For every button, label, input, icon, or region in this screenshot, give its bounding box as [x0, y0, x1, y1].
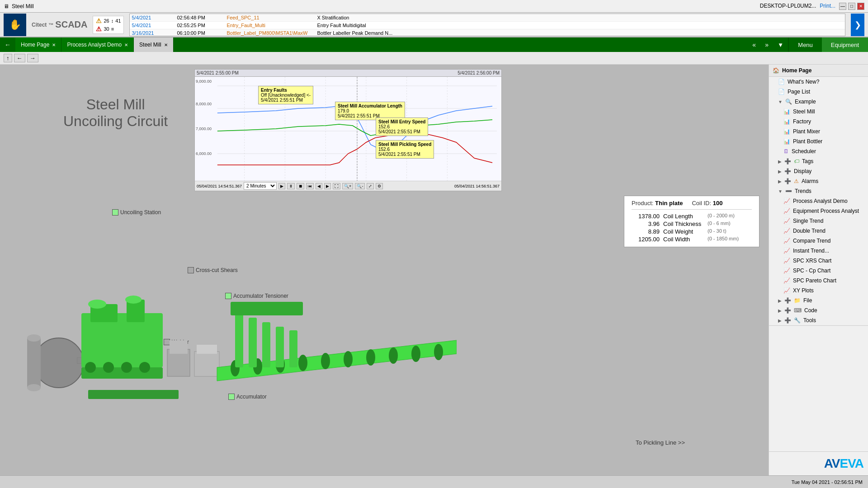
print-link[interactable]: Print...: [820, 3, 835, 10]
chart-zoom-out-button[interactable]: 🔍-: [355, 183, 365, 189]
sidebar-item-equipment-analyst[interactable]: 📈 Equipment Process Analyst: [769, 206, 868, 216]
tab-nav-next[interactable]: »: [760, 38, 773, 52]
sidebar-item-spc-pareto[interactable]: 📈 SPC Pareto Chart: [769, 276, 868, 286]
sidebar-item-factory[interactable]: 📊 Factory: [769, 117, 868, 127]
tab-nav-first[interactable]: «: [748, 38, 760, 52]
sidebar-item-pagelist[interactable]: 📄 Page List: [769, 87, 868, 97]
sidebar-item-compare-trend[interactable]: 📈 Compare Trend: [769, 236, 868, 246]
svg-point-25: [139, 362, 150, 373]
file-icon: 📁: [794, 297, 801, 304]
chart-zoom-fit-button[interactable]: ⤢: [367, 183, 374, 189]
sidebar-item-xy-plots[interactable]: 📈 XY Plots: [769, 286, 868, 296]
sidebar-item-instant-trend[interactable]: 📈 Instant Trend...: [769, 246, 868, 256]
content-area: Steel Mill Uncoiling Circuit 5/4/2021 2:…: [0, 65, 769, 475]
sidebar-home[interactable]: 🏠 Home Page: [769, 65, 868, 77]
sidebar-item-double-trend[interactable]: 📈 Double Trend: [769, 226, 868, 236]
window-controls: — □ ✕: [839, 3, 864, 10]
plus-icon: ➕: [784, 158, 791, 164]
trend-icon: 📈: [783, 248, 790, 254]
coil-width-val: 1205.00: [632, 236, 663, 243]
tab-homepage[interactable]: Home Page ✕: [15, 38, 61, 52]
chart-pause-button[interactable]: ⏸: [287, 183, 295, 189]
tab-bar: ← Home Page ✕ Process Analyst Demo ✕ Ste…: [0, 38, 868, 52]
sidebar-item-steelmill[interactable]: 📊 Steel Mill: [769, 107, 868, 117]
sidebar-item-alarms[interactable]: ▶ ➕ ⚠ Alarms: [769, 176, 868, 186]
svg-rect-29: [197, 345, 217, 354]
plus-icon: ➕: [784, 168, 791, 174]
tab-homepage-close[interactable]: ✕: [52, 42, 56, 47]
alarm-next-button[interactable]: ❯: [851, 14, 864, 36]
page-icon: 📊: [783, 118, 790, 125]
sidebar-item-whatsnew[interactable]: 📄 What's New?: [769, 77, 868, 87]
svg-rect-28: [194, 352, 219, 376]
chart-zoom-in-button[interactable]: 🔍+: [342, 183, 353, 189]
equipment-analyst-label: Equipment Process Analyst: [793, 208, 859, 214]
xy-plots-label: XY Plots: [793, 287, 814, 294]
spc-cp-label: SPC - Cp Chart: [793, 267, 830, 274]
coil-thickness-row: 3.96 Coil Thickness (0 - 6 mm): [632, 220, 752, 228]
tooltip3-val: 152.6: [378, 124, 425, 129]
label-coil: Coil Addition: [77, 357, 115, 364]
tab-process-analyst[interactable]: Process Analyst Demo ✕: [61, 38, 134, 52]
sidebar-item-example-folder[interactable]: ▼ 🔍 Example: [769, 97, 868, 107]
sidebar-item-plantbottler[interactable]: 📊 Plant Bottler: [769, 136, 868, 146]
svg-rect-46: [231, 302, 303, 315]
chart-config-button[interactable]: ⚙: [376, 183, 383, 189]
tab-back-button[interactable]: ←: [0, 38, 15, 52]
coilid-label: Coil ID:: [692, 200, 711, 206]
chart-duration-select[interactable]: 2 Minutes 5 Minutes 10 Minutes: [244, 182, 277, 190]
chart-play-button[interactable]: ▶: [278, 183, 285, 189]
tools-label: Tools: [803, 317, 816, 324]
svg-point-35: [321, 353, 330, 369]
label-welder: Welder: [164, 339, 189, 345]
tab-nav-dropdown[interactable]: ▼: [773, 38, 788, 52]
nav-up-button[interactable]: ↑: [4, 54, 12, 62]
alarm-critical-row: ⚠ 30 ≡: [96, 25, 121, 33]
svg-rect-17: [90, 304, 118, 322]
chart-stop-button[interactable]: ⏹: [297, 183, 304, 189]
chart-rewind-button[interactable]: ⏮: [306, 183, 314, 189]
sidebar-item-file[interactable]: ▶ ➕ 📁 File: [769, 296, 868, 305]
single-trend-label: Single Trend: [793, 218, 823, 224]
tab-steel-mill[interactable]: Steel Mill ✕: [134, 38, 174, 52]
menu-button[interactable]: Menu: [788, 38, 822, 52]
minimize-button[interactable]: —: [839, 3, 846, 10]
chart-step-back-button[interactable]: ◀: [316, 183, 322, 189]
product-label: Product:: [632, 200, 653, 206]
sidebar-item-tags[interactable]: ▶ ➕ 🏷 Tags: [769, 156, 868, 166]
tab-process-analyst-close[interactable]: ✕: [124, 42, 128, 47]
nav-back-button[interactable]: ←: [14, 54, 25, 62]
sidebar-item-spc-cp[interactable]: 📈 SPC - Cp Chart: [769, 266, 868, 276]
sidebar-item-plantmixer[interactable]: 📊 Plant Mixer: [769, 127, 868, 136]
alarm-desc-1: X Stratification: [317, 15, 843, 20]
sidebar-item-display[interactable]: ▶ ➕ Display: [769, 166, 868, 176]
tab-steel-mill-close[interactable]: ✕: [164, 42, 168, 47]
maximize-button[interactable]: □: [848, 3, 855, 10]
alarm-events-table[interactable]: 5/4/2021 02:56:48 PM Feed_SPC_11 X Strat…: [129, 14, 845, 36]
pickling-link[interactable]: To Pickling Line >>: [636, 439, 685, 446]
product-label-group: Product: Thin plate: [632, 200, 683, 206]
svg-point-33: [276, 357, 285, 373]
sidebar-item-spc-xrs[interactable]: 📈 SPC XRS Chart: [769, 256, 868, 266]
label-intake: Intake threader: [99, 324, 143, 331]
sidebar-item-single-trend[interactable]: 📈 Single Trend: [769, 216, 868, 226]
sidebar-item-scheduler[interactable]: 🗓 Scheduler: [769, 146, 868, 156]
trend-icon: 📈: [783, 277, 790, 284]
equipment-button[interactable]: Equipment: [822, 38, 868, 52]
file-label: File: [803, 297, 812, 304]
sidebar-item-process-analyst[interactable]: 📈 Process Analyst Demo: [769, 196, 868, 206]
coil-weight-label: Coil Weight: [663, 228, 708, 235]
close-button[interactable]: ✕: [857, 3, 864, 10]
page-icon: 📊: [783, 108, 790, 115]
sidebar-item-tools[interactable]: ▶ ➕ 🔧 Tools: [769, 315, 868, 325]
trend-chart[interactable]: 5/4/2021 2:55:00 PM 5/4/2021 2:56:00 PM …: [194, 69, 502, 191]
nav-forward-button[interactable]: →: [27, 54, 38, 62]
chart-bookmark-button[interactable]: ⛶: [333, 183, 340, 189]
main-layout: Steel Mill Uncoiling Circuit 5/4/2021 2:…: [0, 65, 868, 475]
sidebar-item-code[interactable]: ▶ ➕ ⌨ Code: [769, 305, 868, 315]
expand-icon: ▼: [778, 99, 783, 104]
page-icon: 📊: [783, 138, 790, 145]
chart-step-fwd-button[interactable]: ▶: [324, 183, 331, 189]
minus-icon: ➖: [785, 188, 792, 194]
sidebar-item-trends[interactable]: ▼ ➖ Trends: [769, 186, 868, 196]
